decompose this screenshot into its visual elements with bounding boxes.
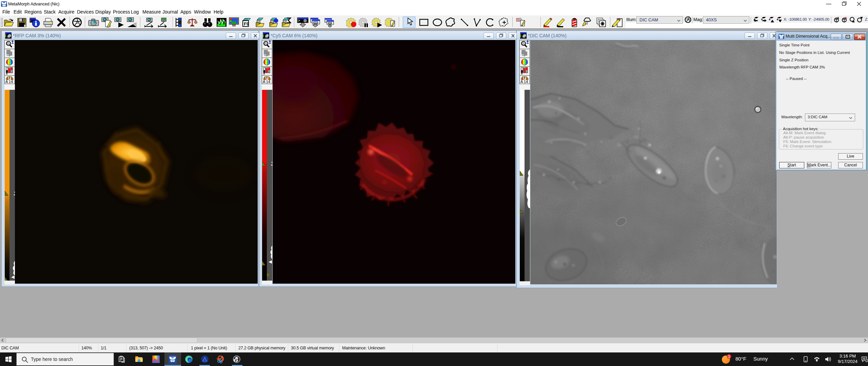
svg-text:2: 2	[866, 360, 867, 362]
svg-text:A: A	[845, 16, 847, 19]
svg-text:A 14: A 14	[520, 80, 528, 84]
svg-text:A: A	[837, 16, 839, 19]
svg-text:F9: F9	[244, 21, 249, 26]
svg-text:A 14: A 14	[263, 80, 270, 84]
svg-text:A 14: A 14	[5, 80, 13, 84]
svg-text:1: 1	[728, 355, 730, 359]
